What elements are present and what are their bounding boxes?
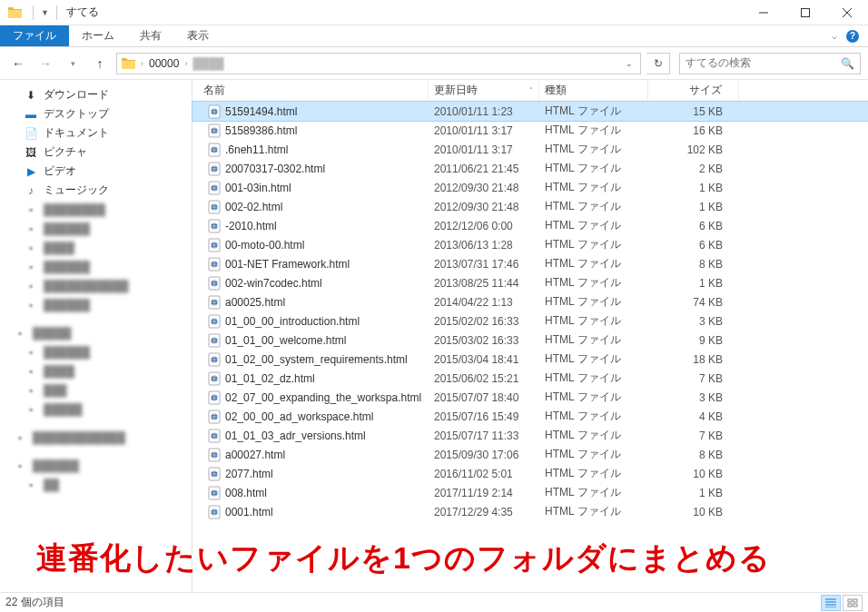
ribbon-expand-icon[interactable]: ⌵ — [832, 31, 837, 41]
col-date[interactable]: 更新日時˄ — [429, 80, 539, 101]
file-row[interactable]: .6neh11.html2010/01/11 3:17HTML ファイル102 … — [192, 140, 868, 159]
history-dropdown[interactable]: ▾ — [62, 53, 84, 74]
file-size: 9 KB — [648, 334, 739, 347]
chevron-right-icon[interactable]: › — [182, 59, 189, 68]
up-button[interactable]: ↑ — [89, 53, 111, 74]
tab-share[interactable]: 共有 — [127, 25, 174, 46]
tree-item-blurred[interactable]: ▪██████ — [0, 257, 192, 276]
html-file-icon — [207, 238, 222, 252]
tree-desktop[interactable]: ▬デスクトップ — [0, 104, 192, 123]
tree-item-blurred[interactable]: ▪████████████ — [0, 428, 192, 447]
file-row[interactable]: -2010.html2012/12/06 0:00HTML ファイル6 KB — [192, 216, 868, 235]
file-row[interactable]: 008.html2017/11/19 2:14HTML ファイル1 KB — [192, 483, 868, 502]
file-date: 2010/01/11 3:17 — [429, 124, 539, 137]
address-dropdown-icon[interactable]: ⌄ — [620, 59, 638, 68]
file-row[interactable]: a00027.html2015/09/30 17:06HTML ファイル8 KB — [192, 445, 868, 464]
file-date: 2015/03/04 18:41 — [429, 353, 539, 366]
file-name: 00-moto-00.html — [225, 239, 304, 252]
close-button[interactable] — [826, 0, 868, 25]
file-row[interactable]: 02_00_00_ad_workspace.html2015/07/16 15:… — [192, 407, 868, 426]
col-type[interactable]: 種類 — [539, 80, 648, 101]
tree-item-blurred[interactable]: ▪██████ — [0, 456, 192, 475]
file-row[interactable]: 51589386.html2010/01/11 3:17HTML ファイル16 … — [192, 121, 868, 140]
file-row[interactable]: 01_01_00_welcome.html2015/03/02 16:33HTM… — [192, 331, 868, 350]
file-row[interactable]: 01_01_03_adr_versions.html2015/07/17 11:… — [192, 426, 868, 445]
tree-item-blurred[interactable]: ▪██████ — [0, 219, 192, 238]
tab-home[interactable]: ホーム — [69, 25, 127, 46]
file-row[interactable]: 001-NET Framework.html2013/07/31 17:46HT… — [192, 254, 868, 273]
file-date: 2012/12/06 0:00 — [429, 220, 539, 232]
forward-button[interactable]: → — [35, 53, 56, 74]
file-type: HTML ファイル — [539, 351, 648, 367]
breadcrumb-segment[interactable]: 00000 — [145, 57, 182, 70]
tree-downloads[interactable]: ⬇ダウンロード — [0, 85, 192, 104]
address-bar[interactable]: › 00000 › ████ ⌄ — [116, 53, 641, 74]
html-file-icon — [207, 371, 222, 386]
tree-videos[interactable]: ▶ビデオ — [0, 162, 192, 181]
tree-documents[interactable]: 📄ドキュメント — [0, 123, 192, 143]
file-row[interactable]: 01_00_00_introduction.html2015/02/02 16:… — [192, 311, 868, 331]
tab-view[interactable]: 表示 — [174, 25, 222, 46]
tree-item-blurred[interactable]: ▪████████ — [0, 200, 192, 219]
html-file-icon — [207, 104, 222, 119]
tab-file[interactable]: ファイル — [0, 25, 69, 46]
help-icon[interactable]: ? — [846, 30, 859, 43]
file-name: a00027.html — [225, 449, 285, 461]
file-name: 01_01_02_dz.html — [225, 372, 315, 385]
file-row[interactable]: 01_02_00_system_requirements.html2015/03… — [192, 350, 868, 369]
file-row[interactable]: 002-02.html2012/09/30 21:48HTML ファイル1 KB — [192, 197, 868, 216]
tree-item-blurred[interactable]: ▪████ — [0, 238, 192, 257]
file-date: 2011/06/21 21:45 — [429, 163, 539, 175]
tree-item-blurred[interactable]: ▪███ — [0, 380, 192, 400]
file-row[interactable]: 001-03in.html2012/09/30 21:48HTML ファイル1 … — [192, 178, 868, 197]
file-row[interactable]: 20070317-0302.html2011/06/21 21:45HTML フ… — [192, 159, 868, 178]
col-size[interactable]: サイズ — [648, 80, 739, 101]
qat-dropdown-icon[interactable]: ▼ — [39, 8, 51, 17]
maximize-button[interactable] — [784, 0, 826, 25]
file-row[interactable]: 51591494.html2010/01/11 1:23HTML ファイル15 … — [192, 102, 868, 121]
search-input[interactable]: すてるの検索 🔍 — [679, 53, 861, 74]
music-icon: ♪ — [24, 183, 38, 198]
file-row[interactable]: 00-moto-00.html2013/06/13 1:28HTML ファイル6… — [192, 235, 868, 254]
tree-pictures[interactable]: 🖼ピクチャ — [0, 143, 192, 162]
file-name: 02_07_00_expanding_the_workspa.html — [225, 391, 421, 404]
file-size: 1 KB — [648, 201, 739, 213]
file-row[interactable]: a00025.html2014/04/22 1:13HTML ファイル74 KB — [192, 292, 868, 311]
file-name: 01_00_00_introduction.html — [225, 315, 360, 328]
file-name: 01_01_03_adr_versions.html — [225, 429, 366, 442]
view-details-button[interactable] — [821, 595, 841, 611]
tree-item-blurred[interactable]: ▪█████ — [0, 400, 192, 419]
tree-item-blurred[interactable]: ▪███████████ — [0, 276, 192, 295]
file-date: 2012/09/30 21:48 — [429, 182, 539, 194]
chevron-right-icon[interactable]: › — [139, 59, 145, 68]
file-row[interactable]: 2077.html2016/11/02 5:01HTML ファイル10 KB — [192, 464, 868, 483]
file-type: HTML ファイル — [539, 161, 648, 176]
file-name: 02_00_00_ad_workspace.html — [225, 410, 373, 423]
minimize-button[interactable] — [743, 0, 784, 25]
status-bar: 22 個の項目 — [0, 592, 868, 612]
tree-item-blurred[interactable]: ▪██████ — [0, 295, 192, 314]
file-size: 10 KB — [648, 468, 739, 480]
nav-tree[interactable]: ⬇ダウンロード ▬デスクトップ 📄ドキュメント 🖼ピクチャ ▶ビデオ ♪ミュージ… — [0, 80, 192, 594]
window-title: すてる — [66, 5, 99, 20]
file-date: 2015/07/16 15:49 — [429, 410, 539, 423]
file-type: HTML ファイル — [539, 256, 648, 271]
tree-item-blurred[interactable]: ▪██████ — [0, 342, 192, 361]
file-row[interactable]: 02_07_00_expanding_the_workspa.html2015/… — [192, 388, 868, 407]
file-type: HTML ファイル — [539, 218, 648, 233]
tree-music[interactable]: ♪ミュージック — [0, 181, 192, 200]
file-row[interactable]: 0001.html2017/12/29 4:35HTML ファイル10 KB — [192, 502, 868, 521]
back-button[interactable]: ← — [7, 53, 29, 74]
file-type: HTML ファイル — [539, 332, 648, 348]
file-row[interactable]: 002-win7codec.html2013/08/25 11:44HTML フ… — [192, 273, 868, 292]
view-icons-button[interactable] — [843, 595, 863, 611]
tree-item-blurred[interactable]: ▪██ — [0, 475, 192, 494]
tree-item-blurred[interactable]: ▪█████ — [0, 323, 192, 342]
tree-item-blurred[interactable]: ▪████ — [0, 361, 192, 380]
file-row[interactable]: 01_01_02_dz.html2015/06/02 15:21HTML ファイ… — [192, 369, 868, 388]
file-name: 20070317-0302.html — [225, 163, 325, 175]
refresh-button[interactable]: ↻ — [646, 53, 670, 74]
file-date: 2013/07/31 17:46 — [429, 258, 539, 271]
col-name[interactable]: 名前 — [192, 80, 429, 101]
file-name: 002-win7codec.html — [225, 277, 322, 290]
